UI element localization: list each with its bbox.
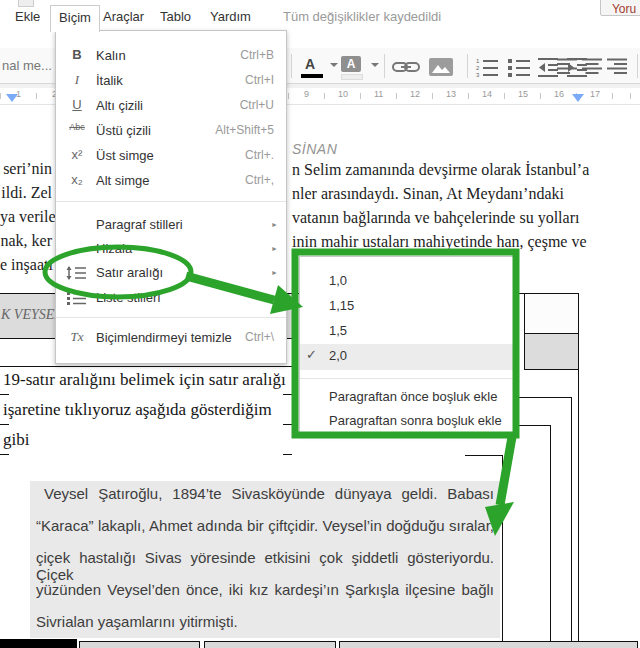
doc-text-line: inin mahir ustaları mahiyetinde han, çeş… [292, 233, 587, 251]
menu-shortcut: Ctrl+. [245, 148, 274, 162]
chevron-down-icon[interactable] [330, 63, 338, 67]
comments-button[interactable]: Yoru [600, 0, 640, 16]
menu-tablo[interactable]: Tablo [160, 9, 191, 24]
clear-formatting-icon: Tx [66, 329, 88, 345]
doc-text-fragment: ildi. Zel [0, 184, 52, 202]
toolbar-separator [637, 54, 638, 78]
menu-item-label: Liste stilleri [96, 290, 160, 305]
align-center-icon[interactable] [582, 58, 602, 79]
menu-shortcut: Ctrl+, [245, 173, 274, 187]
spacing-option-1-5[interactable]: 1,5 [300, 319, 513, 343]
menu-item-alt-simge[interactable]: x₂ Alt simge Ctrl+, [56, 169, 286, 193]
format-menu: B Kalın Ctrl+B I İtalik Ctrl+I U Altı çi… [55, 30, 287, 364]
menu-araclar[interactable]: Araçlar [103, 9, 144, 24]
menu-item-label: Alt simge [96, 173, 149, 188]
menu-item-kalin[interactable]: B Kalın Ctrl+B [56, 44, 286, 68]
indent-marker[interactable] [572, 94, 584, 102]
bold-icon: B [66, 47, 88, 62]
menu-item-ust-simge[interactable]: x² Üst simge Ctrl+. [56, 144, 286, 168]
numbered-list-icon[interactable]: 123 [475, 57, 499, 81]
table-cell [339, 641, 638, 648]
ruler-tick [283, 454, 292, 455]
spacing-option-label: 1,15 [329, 298, 354, 313]
menu-bicim[interactable]: Biçim [50, 5, 100, 32]
decrease-indent-icon[interactable] [537, 57, 559, 81]
list-styles-icon [65, 291, 87, 305]
menu-item-label: Altı çizili [96, 98, 143, 113]
paragraph-style-dropdown[interactable]: nal me... [2, 58, 52, 73]
menu-item-label: İtalik [96, 73, 123, 88]
paragraph-line: “Karaca” lakaplı, Ahmet adında bir çiftç… [36, 517, 494, 534]
ruler-number: 17 [588, 89, 602, 99]
menu-item-label: Hizala [96, 241, 132, 256]
note-line: 19-satır aralığını belimek için satır ar… [3, 370, 286, 390]
note-box-border [0, 366, 293, 367]
menu-item-alti-cizili[interactable]: U Altı çizili Ctrl+U [56, 94, 286, 118]
toolbar-separator [467, 54, 468, 78]
ruler-tick [283, 394, 292, 395]
menu-yardim[interactable]: Yardım [210, 9, 251, 24]
add-space-before-paragraph[interactable]: Paragraftan önce boşluk ekle [300, 385, 513, 409]
menu-shortcut: Ctrl+I [245, 73, 274, 87]
doc-text-fragment: nak, ker [0, 232, 52, 250]
nested-box-border [465, 455, 502, 456]
spacing-option-label: Paragraftan önce boşluk ekle [329, 389, 497, 404]
menu-item-italik[interactable]: I İtalik Ctrl+I [56, 69, 286, 93]
indent-marker[interactable] [6, 94, 18, 102]
doc-text-fragment: ya verile [0, 208, 52, 226]
text-color-glyph: A [305, 56, 315, 72]
ruler-number: 10 [336, 89, 350, 99]
spacing-option-label: 1,5 [329, 323, 347, 338]
superscript-icon: x² [66, 147, 88, 162]
highlighted-paragraph: Veysel Şatıroğlu, 1894’te Sivasköyünde d… [30, 481, 500, 638]
highlight-color-icon[interactable]: A [341, 56, 365, 80]
nested-box-border [502, 455, 503, 641]
ruler-tick [0, 394, 9, 395]
ruler-number: 11 [372, 89, 385, 99]
clipped-ui-fragment [18, 0, 34, 7]
paragraph-line: Sivrialan yaşamlarını yitirmişti. [36, 613, 494, 630]
menu-item-liste-stilleri[interactable]: Liste stilleri ► [56, 286, 286, 310]
menu-ekle[interactable]: Ekle [15, 9, 40, 24]
text-color-icon[interactable]: A [301, 56, 325, 80]
spacing-option-1-0[interactable]: 1,0 [300, 269, 513, 293]
toolbar-separator [384, 54, 385, 78]
ruler-tick [0, 424, 9, 425]
paragraph-line: çiçek hastalığı Sivas yöresinde etkisini… [36, 549, 494, 583]
doc-text-line: nler arasındaydı. Sinan, At Meydanı’ndak… [292, 185, 564, 203]
svg-text:1: 1 [476, 58, 480, 64]
add-space-after-paragraph[interactable]: Paragraftan sonra boşluk ekle [300, 409, 513, 433]
ruler-number: 15 [516, 89, 530, 99]
submenu-arrow-icon: ► [271, 294, 278, 301]
ruler-number: 13 [444, 89, 458, 99]
nested-box-border [550, 425, 551, 641]
align-right-icon[interactable] [607, 58, 627, 79]
menu-item-bicimlendirmeyi-temizle[interactable]: Tx Biçimlendirmeyi temizle Ctrl+\ [56, 326, 286, 350]
insert-image-icon[interactable] [429, 58, 453, 80]
menu-shortcut: Ctrl+\ [245, 330, 274, 344]
menu-item-label: Satır aralığı [96, 265, 163, 280]
menu-divider [56, 201, 286, 202]
ruler-tick [283, 424, 292, 425]
note-line: gibi [3, 430, 29, 450]
align-left-icon[interactable] [557, 58, 577, 79]
spacing-option-1-15[interactable]: 1,15 [300, 294, 513, 318]
ruler-number: 9 [302, 89, 311, 99]
menu-item-satir-araligi[interactable]: Satır aralığı ► [56, 261, 286, 285]
google-docs-window: seri’nin ildi. Zel ya verile nak, ker e … [0, 0, 640, 648]
menu-item-ustu-cizili[interactable]: Abc Üstü çizili Alt+Shift+5 [56, 119, 286, 143]
line-spacing-submenu: 1,0 1,15 1,5 ✓ 2,0 Paragraftan önce boşl… [299, 256, 514, 434]
menu-item-label: Üstü çizili [96, 123, 151, 138]
submenu-arrow-icon: ► [271, 245, 278, 252]
menu-item-hizala[interactable]: Hizala ► [56, 237, 286, 261]
bulleted-list-icon[interactable] [507, 57, 531, 81]
menu-item-label: Paragraf stilleri [96, 217, 183, 232]
ruler-number: 16 [552, 89, 566, 99]
spacing-option-2-0[interactable]: ✓ 2,0 [300, 344, 513, 370]
table-cell [79, 641, 200, 648]
chevron-down-icon[interactable] [371, 63, 379, 67]
table-cell-dark [0, 639, 77, 648]
spacing-option-label: 1,0 [329, 273, 347, 288]
menu-item-paragraf-stilleri[interactable]: Paragraf stilleri ► [56, 213, 286, 237]
insert-link-icon[interactable] [392, 60, 420, 78]
